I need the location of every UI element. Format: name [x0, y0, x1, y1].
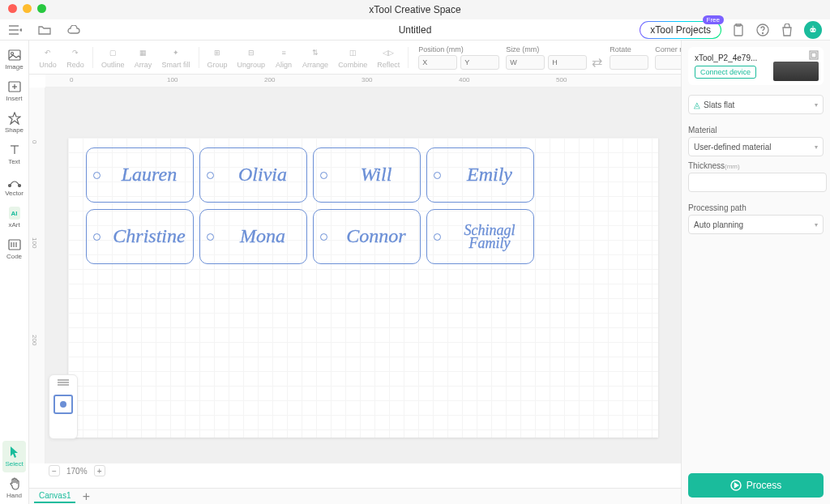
tag-text: Olivia — [219, 166, 306, 184]
projects-label: xTool Projects — [650, 24, 711, 36]
sidebar-label: Text — [8, 158, 20, 165]
sidebar-hand[interactable]: Hand — [0, 472, 28, 504]
lock-aspect-icon[interactable]: ⇄ — [590, 55, 603, 70]
tag-object[interactable]: Mona — [199, 209, 307, 264]
bed-type-select[interactable]: ◬Slats flat ▾ — [688, 95, 824, 114]
sidebar-label: Image — [5, 63, 23, 70]
zoom-out-button[interactable]: − — [49, 465, 60, 476]
position-label: Position (mm) — [418, 45, 499, 53]
zoom-bar: − 170% + — [45, 463, 681, 478]
tag-object[interactable]: Connor — [313, 209, 421, 264]
canvas-viewport[interactable]: Lauren Olivia Will Emily Christine Mona … — [45, 88, 681, 463]
tool-label: Combine — [338, 61, 367, 69]
group-button[interactable]: ⊞Group — [203, 46, 233, 69]
array-icon: ▦ — [139, 46, 147, 59]
position-y-input[interactable] — [460, 55, 499, 70]
canvas[interactable]: Lauren Olivia Will Emily Christine Mona … — [68, 138, 658, 438]
projects-button[interactable]: xTool Projects Free — [640, 21, 721, 39]
ruler-mark: 200 — [31, 335, 38, 345]
tag-text: Connor — [332, 228, 420, 246]
free-badge: Free — [703, 15, 724, 24]
array-button[interactable]: ▦Array — [130, 46, 157, 69]
sidebar-shape[interactable]: Shape — [0, 107, 28, 139]
ruler-mark: 300 — [362, 76, 372, 83]
size-h-input[interactable] — [548, 55, 587, 70]
sidebar-label: Code — [6, 253, 22, 260]
ruler-mark: 400 — [459, 76, 469, 83]
ruler-mark: 0 — [70, 76, 73, 83]
cloud-icon[interactable] — [66, 23, 81, 37]
tool-label: Group — [208, 61, 228, 69]
sidebar-image[interactable]: Image — [0, 44, 28, 75]
svg-point-3 — [20, 29, 22, 31]
arrange-button[interactable]: ⇅Arrange — [297, 46, 333, 69]
layer-item[interactable] — [53, 395, 73, 414]
minimize-window-button[interactable] — [23, 4, 32, 13]
user-avatar[interactable] — [804, 21, 822, 39]
chevron-down-icon: ▾ — [815, 101, 818, 109]
sidebar-text[interactable]: Text — [0, 139, 28, 170]
thickness-input[interactable] — [688, 173, 827, 192]
reflect-icon: ◁▷ — [383, 46, 394, 59]
undo-button[interactable]: ↶Undo — [34, 46, 62, 69]
sidebar-xart[interactable]: AIxArt — [0, 202, 28, 233]
image-icon — [8, 49, 21, 62]
folder-icon[interactable] — [37, 23, 52, 37]
close-window-button[interactable] — [8, 4, 17, 13]
process-button[interactable]: Process — [688, 473, 824, 498]
position-x-input[interactable] — [418, 55, 457, 70]
tag-object[interactable]: Christine — [86, 209, 194, 264]
bed-type-value: Slats flat — [704, 100, 734, 109]
hole-icon — [320, 233, 327, 241]
redo-button[interactable]: ↷Redo — [62, 46, 89, 69]
position-group: Position (mm) — [418, 45, 499, 70]
connect-device-button[interactable]: Connect device — [695, 66, 756, 79]
sidebar-insert[interactable]: Insert — [0, 75, 28, 107]
size-w-input[interactable] — [506, 55, 545, 70]
tag-object[interactable]: Lauren — [86, 147, 194, 203]
smartfill-button[interactable]: ✦Smart fill — [157, 46, 195, 69]
zoom-in-button[interactable]: + — [94, 465, 105, 476]
tag-object[interactable]: Emily — [426, 147, 534, 203]
help-icon[interactable] — [755, 23, 770, 37]
outline-button[interactable]: ▢Outline — [96, 46, 130, 69]
reflect-button[interactable]: ◁▷Reflect — [372, 46, 404, 69]
material-select[interactable]: User-defined material ▾ — [688, 137, 824, 156]
sidebar-label: Vector — [5, 190, 24, 197]
thickness-label: Thickness(mm) — [688, 161, 824, 170]
menu-icon[interactable] — [8, 23, 23, 37]
svg-rect-21 — [9, 240, 20, 250]
hole-icon — [320, 172, 327, 179]
sidebar-code[interactable]: Code — [0, 233, 28, 265]
document-name[interactable]: Untitled — [399, 24, 432, 36]
processing-select[interactable]: Auto planning ▾ — [688, 215, 824, 234]
tag-object[interactable]: Will — [313, 147, 421, 203]
tool-label: Arrange — [302, 61, 328, 69]
left-sidebar: Image Insert Shape Text Vector AIxArt Co… — [0, 41, 29, 504]
material-value: User-defined material — [694, 143, 772, 152]
hole-icon — [207, 233, 214, 241]
ruler-vertical: 0 100 200 — [29, 88, 45, 463]
combine-button[interactable]: ◫Combine — [333, 46, 372, 69]
rotate-label: Rotate — [610, 45, 648, 53]
expand-icon[interactable] — [809, 50, 819, 60]
clipboard-icon[interactable] — [731, 23, 746, 37]
ungroup-button[interactable]: ⊟Ungroup — [233, 46, 271, 69]
add-tab-button[interactable]: + — [80, 491, 92, 502]
canvas-tab[interactable]: Canvas1 — [34, 489, 75, 503]
maximize-window-button[interactable] — [37, 4, 46, 13]
sidebar-vector[interactable]: Vector — [0, 170, 28, 202]
layers-panel[interactable] — [49, 374, 78, 439]
tag-object[interactable]: Olivia — [199, 147, 307, 203]
sidebar-select[interactable]: Select — [2, 441, 26, 472]
align-button[interactable]: ≡Align — [270, 46, 297, 69]
hole-icon — [93, 233, 101, 241]
shop-icon[interactable] — [780, 23, 794, 37]
size-group: Size (mm) ⇄ — [506, 45, 603, 70]
redo-icon: ↷ — [72, 46, 79, 59]
tag-text: Mona — [219, 228, 306, 246]
size-label: Size (mm) — [506, 45, 603, 53]
ruler-mark: 100 — [167, 76, 178, 83]
rotate-input[interactable] — [610, 55, 648, 70]
tag-object[interactable]: Schinagl Family — [426, 209, 534, 264]
